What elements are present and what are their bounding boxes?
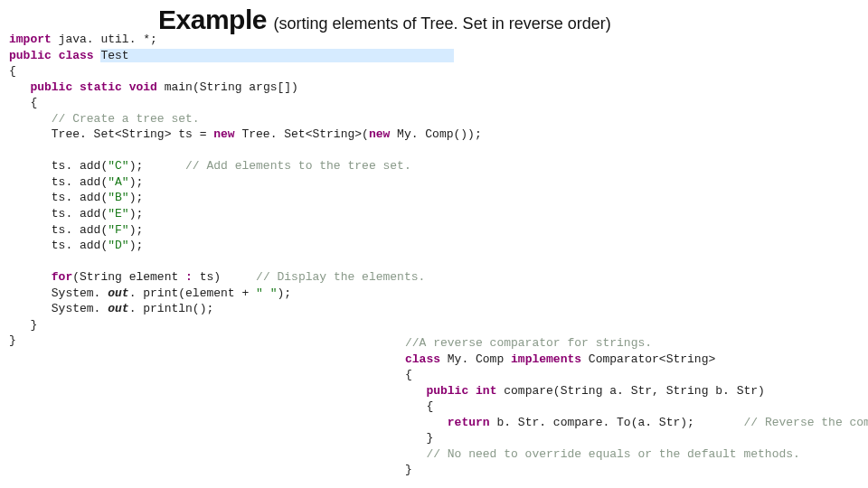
kw-public: public [9, 49, 52, 62]
string-literal: "F" [108, 223, 128, 237]
txt: Tree. Set<String>( [235, 127, 369, 141]
comment: //A reverse comparator for strings. [405, 336, 652, 350]
brace: } [9, 333, 16, 347]
kw-new: new [213, 127, 234, 141]
code-block-side: //A reverse comparator for strings. clas… [405, 335, 868, 478]
txt: System. [9, 286, 108, 300]
kw-class: class [59, 49, 94, 62]
txt: System. [9, 302, 108, 315]
kw-int: int [476, 384, 496, 398]
field-out: out [108, 286, 128, 300]
kw-return: return [448, 416, 490, 429]
txt: ); [129, 159, 185, 173]
txt: . print(element + [129, 286, 256, 300]
hl-pad [129, 49, 454, 62]
comment: // Display the elements. [256, 270, 425, 284]
string-literal: "E" [108, 207, 128, 221]
txt: Comparator<String> [581, 352, 715, 366]
brace: { [9, 64, 16, 78]
string-literal: "C" [108, 159, 128, 173]
txt: ); [129, 191, 144, 204]
string-literal: " " [256, 286, 277, 300]
txt: ts. add( [9, 207, 108, 221]
txt: . println(); [129, 302, 214, 315]
brace: } [405, 463, 412, 476]
kw-class: class [405, 352, 440, 366]
brace: } [9, 318, 37, 332]
code-block-main: import java. util. *; public class Test … [9, 32, 482, 349]
kw-public: public [30, 80, 72, 94]
brace: { [405, 399, 433, 413]
field-out: out [108, 302, 128, 315]
txt: ts) [193, 270, 256, 284]
comment: // No need to override equals or the def… [426, 447, 799, 461]
txt: ts. add( [9, 175, 108, 189]
txt: ); [277, 286, 291, 300]
class-name-highlight: Test [100, 49, 128, 62]
kw-static: static [80, 80, 122, 94]
brace: { [9, 96, 37, 109]
colon-op: : [185, 270, 193, 284]
kw-for: for [52, 270, 72, 284]
kw-new: new [369, 127, 390, 141]
txt: ts. add( [9, 239, 108, 252]
string-literal: "D" [108, 239, 128, 252]
brace: } [405, 431, 433, 445]
brace: { [405, 368, 412, 381]
title-sub: (sorting elements of Tree. Set in revers… [274, 14, 611, 33]
kw-public: public [426, 384, 468, 398]
kw-void: void [129, 80, 157, 94]
txt: Tree. Set<String> ts = [9, 127, 213, 141]
txt: ts. add( [9, 159, 108, 173]
txt: My. Comp()); [390, 127, 481, 141]
kw-implements: implements [511, 352, 581, 366]
comment: // Add elements to the tree set. [185, 159, 411, 173]
txt: ts. add( [9, 191, 108, 204]
txt: ); [129, 223, 144, 237]
string-literal: "A" [108, 175, 128, 189]
txt: ); [129, 175, 144, 189]
method-sig: compare(String a. Str, String b. Str) [496, 384, 764, 398]
comment: // Reverse the comparison. [743, 416, 868, 429]
method-sig: main(String args[]) [157, 80, 298, 94]
txt: My. Comp [440, 352, 511, 366]
txt: java. util. *; [52, 33, 157, 46]
comment: // Create a tree set. [52, 112, 200, 126]
txt: b. Str. compare. To(a. Str); [490, 416, 744, 429]
txt: ); [129, 207, 144, 221]
kw-import: import [9, 33, 52, 46]
txt: ts. add( [9, 223, 108, 237]
title-main: Example [158, 5, 267, 34]
txt: (String element [72, 270, 185, 284]
string-literal: "B" [108, 191, 128, 204]
txt: ); [129, 239, 144, 252]
